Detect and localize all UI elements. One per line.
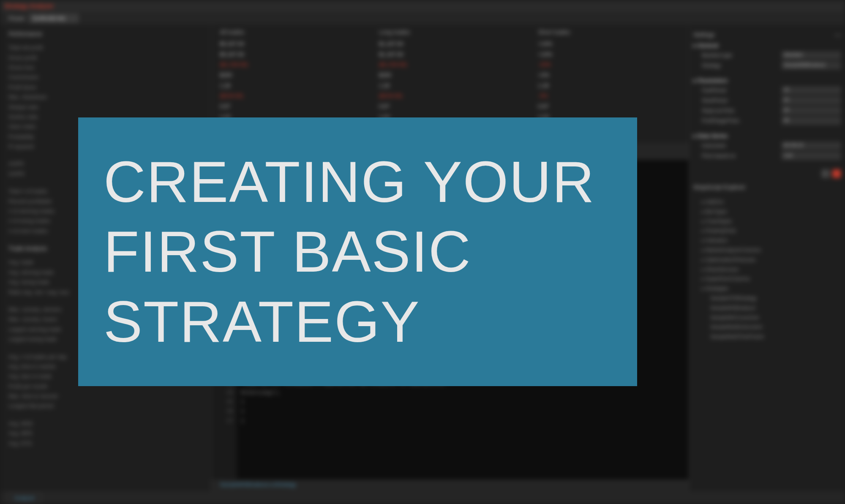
stats-value: -3% (538, 91, 680, 101)
performance-row: Gross profit (8, 53, 202, 63)
stop-button[interactable] (832, 169, 841, 178)
analyzer-tab[interactable]: Analyzer (8, 493, 41, 503)
stats-value: $200 (379, 70, 521, 81)
settings-input[interactable]: 25 (782, 97, 841, 104)
settings-key: Backtest type (702, 52, 732, 58)
stats-value: $1,187.00 (379, 39, 521, 49)
performance-row: Sharpe ratio (8, 102, 202, 112)
settings-row: FastPeriod10 (693, 85, 841, 95)
explorer-folder[interactable]: ▸ MarketAnalyzerColumns (693, 245, 841, 255)
settings-row: InstrumentES 09-23 (693, 141, 841, 151)
explorer-file[interactable]: SampleATMStrategy (693, 294, 841, 303)
explorer-folder[interactable]: ▸ Indicators (693, 236, 841, 245)
stats-value: ($234.00) (379, 91, 521, 101)
overlay-line-3: STRATEGY (104, 287, 595, 357)
settings-key: SlowPeriod (702, 98, 728, 104)
settings-input[interactable]: Last (782, 152, 841, 160)
settings-key: StopLossTicks (702, 108, 735, 114)
overlay-line-2: FIRST BASIC (104, 217, 595, 287)
stats-value: +2% (538, 70, 680, 81)
performance-row: Avg. MAE (8, 419, 202, 428)
collapse-icon[interactable]: — (835, 31, 841, 38)
stats-value: $5,187.00 (220, 49, 362, 60)
settings-key: Price based on (702, 153, 736, 159)
explorer-folder[interactable]: ▸ ChartStyles (693, 217, 841, 226)
explorer-folder[interactable]: ▸ ShareServices (693, 265, 841, 275)
overlay-line-1: CREATING YOUR (104, 147, 595, 217)
run-controls (693, 166, 841, 181)
code-line: } (241, 397, 684, 406)
settings-row: SlowPeriod25 (693, 95, 841, 106)
settings-key: ProfitTargetTicks (702, 118, 739, 124)
settings-group: ▸ ParametersFastPeriod10SlowPeriod25Stop… (693, 76, 841, 126)
settings-header: Settings — (693, 29, 841, 41)
settings-row: StopLossTicks20 (693, 106, 841, 116)
settings-input[interactable]: ES 09-23 (782, 142, 841, 150)
bottom-bar: Analyzer (0, 491, 845, 504)
settings-key: Instrument (702, 143, 726, 149)
settings-group: ▸ GeneralBacktest typeStandardStrategySa… (693, 41, 841, 71)
code-line: } (241, 416, 684, 425)
performance-row: Commission (8, 72, 202, 82)
code-line: } (241, 406, 684, 416)
performance-row: Longest flat period (8, 401, 202, 411)
stats-value: ($1,234.00) (220, 60, 362, 70)
explorer-file[interactable]: SampleMultiInstrument (693, 322, 841, 332)
stats-col1-header: All trades (220, 29, 362, 35)
explorer-folder[interactable]: ▸ AddOns (693, 197, 841, 207)
settings-group-title: ▸ Data Series (693, 131, 841, 141)
settings-row: StrategySampleMABreakout (693, 60, 841, 71)
performance-row: Gross loss (8, 63, 202, 72)
stats-value: -10% (538, 60, 680, 70)
performance-row: Profit factor (8, 82, 202, 92)
stats-value: +14% (538, 39, 680, 49)
titlebar: Strategy Analyzer (0, 0, 845, 12)
performance-row: Max. drawdown (8, 92, 202, 102)
stats-value: +14% (538, 49, 680, 60)
performance-row: Max. time to recover (8, 391, 202, 401)
stats-value: 0.87 (220, 101, 362, 112)
stats-value: 1.28 (379, 81, 521, 91)
settings-title: Settings (693, 31, 715, 38)
run-button[interactable] (821, 169, 830, 178)
explorer-folder[interactable]: ▸ BarTypes (693, 207, 841, 217)
settings-key: FastPeriod (702, 87, 726, 93)
code-line: EnterLong(); (241, 388, 684, 397)
stats-col2-header: Long trades (379, 29, 521, 35)
settings-row: Backtest typeStandard (693, 50, 841, 60)
settings-group-title: ▸ General (693, 41, 841, 50)
explorer-folder[interactable]: ▸ SuperDomColumns (693, 274, 841, 284)
stats-value: 1.28 (538, 81, 680, 91)
settings-input[interactable]: 20 (782, 107, 841, 114)
stats-value: $200 (220, 70, 362, 81)
stats-value: ($1,234.00) (379, 60, 521, 70)
overlay-title-text: CREATING YOUR FIRST BASIC STRATEGY (104, 147, 595, 357)
stats-value: 0.87 (379, 101, 521, 112)
explorer-file[interactable]: SampleMultiTimeFrame (693, 332, 841, 342)
stats-value: 1.28 (220, 81, 362, 91)
explorer-folder[interactable]: ▸ DrawingTools (693, 226, 841, 236)
settings-input[interactable]: 40 (782, 117, 841, 125)
performance-row: Total net profit (8, 43, 202, 52)
explorer-tree[interactable]: ▸ AddOns▸ BarTypes▸ ChartStyles▸ Drawing… (693, 197, 841, 342)
settings-input[interactable]: 10 (782, 87, 841, 94)
preset-dropdown[interactable]: EURUSD M1 (29, 14, 79, 23)
performance-row: Avg. ETD (8, 439, 202, 448)
settings-input[interactable]: SampleMABreakout (782, 62, 841, 69)
explorer-folder[interactable]: ▸ OptimizationFitnesses (693, 255, 841, 265)
stats-col3-header: Short trades (538, 29, 680, 35)
editor-tab[interactable]: SampleMABreakout.csStrategy (211, 479, 689, 491)
explorer-header: NinjaScript Explorer (693, 181, 841, 193)
stats-value: $1,187.00 (379, 49, 521, 60)
explorer-folder[interactable]: ▸ Strategies (693, 284, 841, 294)
settings-row: ProfitTargetTicks40 (693, 116, 841, 126)
stats-value: ($234.00) (220, 91, 362, 101)
settings-input[interactable]: Standard (782, 52, 841, 59)
settings-group-title: ▸ Parameters (693, 76, 841, 85)
settings-row: Price based onLast (693, 151, 841, 161)
explorer-file[interactable]: SampleMACrossOver (693, 313, 841, 323)
stats-value: $5,187.00 (220, 39, 362, 49)
explorer-file[interactable]: SampleMABreakout (693, 303, 841, 313)
settings-key: Strategy (702, 63, 721, 68)
settings-group: ▸ Data SeriesInstrumentES 09-23Price bas… (693, 131, 841, 161)
